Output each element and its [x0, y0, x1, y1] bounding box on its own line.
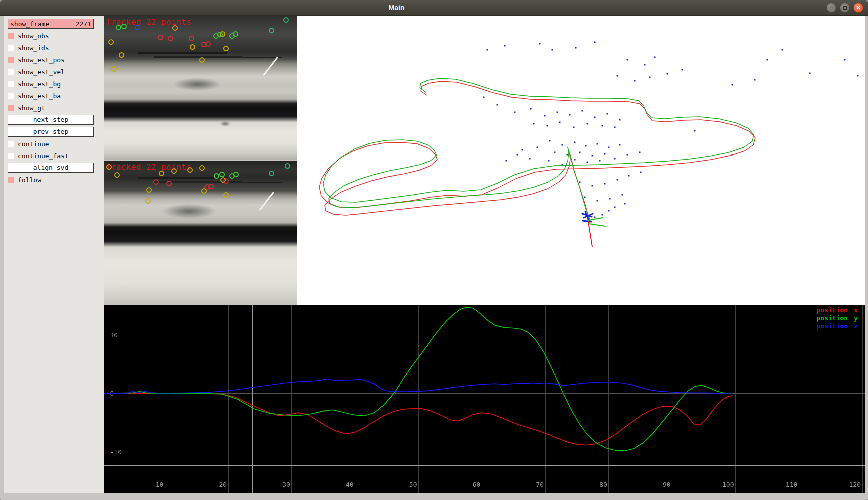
close-icon: ✕	[856, 5, 861, 11]
legend-label: position	[817, 306, 848, 314]
checkbox-box[interactable]	[8, 153, 14, 160]
checkbox-label: show_gt	[18, 104, 45, 112]
checkbox-box[interactable]	[8, 93, 14, 100]
slider-label: show_frame	[10, 20, 49, 28]
checkbox-label: continue_fast	[18, 152, 69, 160]
checkbox-show_est_ba[interactable]: show_est_ba	[8, 91, 94, 101]
title-bar[interactable]: Main − ✕	[0, 0, 868, 16]
tracked-feature-circle	[166, 181, 172, 186]
tracked-feature-circle	[205, 42, 211, 47]
checkbox-box[interactable]	[8, 33, 14, 40]
minimize-icon: −	[829, 5, 833, 11]
legend-axis-letter: x	[854, 306, 858, 314]
checkbox-label: show_obs	[18, 32, 49, 40]
camera-view-0[interactable]: Tracked 22 points	[104, 16, 297, 160]
tracked-feature-circle	[189, 36, 194, 42]
floor-dot	[220, 121, 231, 127]
checkbox-box[interactable]	[8, 57, 14, 64]
legend-axis-letter: z	[854, 322, 858, 330]
checkbox-show_gt[interactable]: show_gt	[8, 103, 94, 113]
checkbox-label: follow	[18, 176, 41, 184]
tracked-feature-circle	[233, 32, 238, 37]
checkbox-box[interactable]	[8, 141, 14, 148]
checkbox-box[interactable]	[8, 177, 14, 184]
tracked-feature-circle	[106, 164, 112, 170]
legend-label: position	[817, 322, 848, 330]
tracked-feature-circle	[219, 172, 225, 178]
tracked-points-label: Tracked 22 points	[106, 163, 192, 172]
tracked-feature-circle	[114, 172, 120, 178]
control-sidebar: show_frame2271show_obsshow_idsshow_est_p…	[4, 16, 104, 493]
legend-entry-y[interactable]: positiony	[817, 314, 858, 322]
tracked-feature-circle	[121, 24, 127, 30]
tracked-feature-circle	[190, 44, 195, 50]
trajectory-canvas	[297, 16, 865, 305]
checkbox-box[interactable]	[8, 105, 14, 112]
camera-view-1[interactable]: Tracked 22 points	[104, 161, 297, 305]
tracked-feature-circle	[158, 35, 163, 40]
tracked-feature-circle	[108, 40, 114, 45]
tracked-feature-circle	[116, 25, 121, 30]
checkbox-box[interactable]	[8, 81, 14, 88]
close-button[interactable]: ✕	[853, 3, 863, 13]
plot-legend: positionxpositionypositionz	[817, 306, 858, 330]
legend-axis-letter: y	[854, 314, 858, 322]
align_svd-button[interactable]: align_svd	[8, 163, 94, 173]
tracked-feature-circle	[187, 168, 193, 173]
checkbox-continue_fast[interactable]: continue_fast	[8, 151, 94, 161]
checkbox-box[interactable]	[8, 45, 14, 52]
legend-entry-z[interactable]: positionz	[817, 322, 858, 330]
floor-smudge	[162, 204, 217, 219]
checkbox-show_est_bg[interactable]: show_est_bg	[8, 79, 94, 89]
maximize-button[interactable]	[840, 3, 850, 13]
checkbox-show_est_pos[interactable]: show_est_pos	[8, 55, 94, 65]
checkbox-label: show_ids	[18, 44, 49, 52]
tracked-feature-circle	[145, 198, 151, 204]
tracked-feature-circle	[217, 32, 223, 38]
checkbox-follow[interactable]: follow	[8, 175, 94, 185]
tracked-feature-circle	[199, 58, 205, 63]
tracked-feature-circle	[159, 171, 164, 176]
next_step-button[interactable]: next_step	[8, 115, 94, 125]
main-window: Main − ✕ show_frame2271show_obsshow_idss…	[0, 0, 868, 500]
tracked-feature-circle	[135, 25, 140, 30]
checkbox-label: show_est_ba	[18, 92, 61, 100]
tracked-feature-circle	[171, 168, 177, 174]
legend-entry-x[interactable]: positionx	[817, 306, 858, 314]
maximize-icon	[843, 6, 847, 10]
trajectory-map-view[interactable]	[297, 16, 865, 305]
button-label: align_svd	[33, 164, 68, 172]
floor-smudge	[173, 78, 221, 91]
window-title: Main	[0, 0, 793, 16]
tracked-feature-circle	[223, 192, 229, 198]
position-plot-view[interactable]: positionxpositionypositionz	[104, 305, 865, 493]
checkbox-show_obs[interactable]: show_obs	[8, 31, 94, 41]
tracked-feature-circle	[285, 164, 290, 169]
tracked-feature-circle	[208, 184, 214, 190]
checkbox-label: continue	[18, 140, 49, 148]
tracked-feature-circle	[119, 52, 124, 58]
pipe-structure	[138, 52, 227, 54]
tracked-feature-circle	[233, 172, 239, 178]
checkbox-label: show_est_bg	[18, 80, 61, 88]
window-controls: − ✕	[826, 3, 863, 13]
tracked-feature-circle	[269, 28, 274, 34]
tracked-feature-circle	[223, 46, 229, 52]
minimize-button[interactable]: −	[826, 3, 836, 13]
tracked-feature-circle	[111, 66, 117, 72]
button-label: prev_step	[33, 128, 68, 136]
checkbox-show_ids[interactable]: show_ids	[8, 43, 94, 53]
tracked-feature-circle	[214, 174, 219, 179]
position-plot-canvas	[104, 305, 865, 493]
tracked-feature-circle	[146, 188, 152, 193]
checkbox-show_est_vel[interactable]: show_est_vel	[8, 67, 94, 77]
slider-value: 2271	[76, 20, 91, 28]
tracked-feature-circle	[269, 171, 274, 176]
tracked-feature-circle	[153, 180, 159, 185]
prev_step-button[interactable]: prev_step	[8, 127, 94, 137]
slider-show_frame[interactable]: show_frame2271	[8, 19, 94, 29]
tracked-feature-circle	[283, 18, 289, 23]
checkbox-box[interactable]	[8, 69, 14, 76]
checkbox-continue[interactable]: continue	[8, 139, 94, 149]
legend-label: position	[817, 314, 848, 322]
